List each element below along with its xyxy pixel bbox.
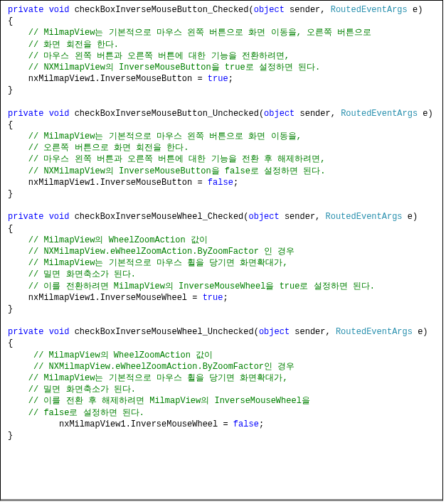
code-token bbox=[8, 51, 28, 61]
code-token: // 화면 회전을 한다. bbox=[28, 40, 119, 50]
code-token: private bbox=[8, 212, 43, 222]
code-token: ; bbox=[259, 419, 264, 429]
code-token: ; bbox=[233, 178, 238, 188]
code-token: // MilmapView는 기본적으로 마우스 왼쪽 버튼으로 화면 이동을, bbox=[28, 132, 302, 141]
code-token: RoutedEventArgs bbox=[331, 5, 408, 15]
code-token: // 밀면 화면축소가 된다. bbox=[28, 385, 136, 395]
code-token bbox=[8, 143, 28, 153]
code-token: // 이를 전환하려면 MilmapView의 InverseMouseWhee… bbox=[28, 282, 375, 291]
code-token: // 오른쪽 버튼으로 화면 회전을 한다. bbox=[28, 143, 189, 153]
code-token: } bbox=[8, 304, 13, 314]
code-token bbox=[8, 258, 28, 268]
code-token: // NXMilmapView의 InverseMouseButton을 tru… bbox=[28, 63, 320, 73]
code-token bbox=[8, 235, 28, 245]
code-token: { bbox=[8, 120, 13, 130]
code-token bbox=[8, 132, 28, 141]
code-token bbox=[8, 362, 33, 372]
code-token: RoutedEventArgs bbox=[341, 109, 418, 119]
code-block: private void checkBoxInverseMouseButton_… bbox=[0, 0, 443, 501]
code-token: checkBoxInverseMouseWheel_Unchecked( bbox=[69, 327, 258, 337]
code-token: e) bbox=[418, 109, 433, 119]
code-token: // MilmapView는 기본적으로 마우스 휠을 당기면 화면확대가, bbox=[28, 258, 288, 268]
code-token: // NXMilmapView의 InverseMouseButton을 fal… bbox=[28, 166, 326, 176]
code-token bbox=[8, 166, 28, 176]
code-token bbox=[43, 212, 48, 222]
code-token bbox=[8, 408, 28, 418]
code-token: true bbox=[203, 293, 223, 303]
code-token: void bbox=[49, 327, 70, 337]
code-token: e) bbox=[403, 212, 418, 222]
code-token: private bbox=[8, 5, 43, 15]
code-token: // MilmapView는 기본적으로 마우스 휠을 당기면 화면확대가, bbox=[28, 373, 288, 383]
code-token bbox=[8, 247, 28, 257]
code-token: nxMilmapView1.InverseMouseButton = bbox=[8, 74, 208, 84]
code-token: checkBoxInverseMouseWheel_Checked( bbox=[69, 212, 248, 222]
code-token: void bbox=[49, 5, 70, 15]
code-token bbox=[8, 350, 33, 360]
code-token bbox=[43, 327, 48, 337]
code-token bbox=[8, 282, 28, 291]
code-token bbox=[8, 269, 28, 279]
code-token: // MilmapView의 WheelZoomAction 값이 bbox=[28, 235, 208, 245]
code-token: { bbox=[8, 338, 13, 348]
code-token: nxMilmapView1.InverseMouseWheel = bbox=[8, 419, 233, 429]
code-token: sender, bbox=[294, 109, 341, 119]
code-token: sender, bbox=[290, 327, 336, 337]
code-token: e) bbox=[413, 327, 428, 337]
code-token: RoutedEventArgs bbox=[326, 212, 403, 222]
code-token: // MilmapView는 기본적으로 마우스 왼쪽 버튼으로 화면 이동을,… bbox=[28, 28, 371, 38]
code-token: // MilmapView의 WheelZoomAction 값이 bbox=[33, 350, 213, 360]
code-token: true bbox=[208, 74, 228, 84]
code-token bbox=[8, 385, 28, 395]
code-token: object bbox=[264, 109, 294, 119]
code-token bbox=[43, 109, 48, 119]
code-token: // 이를 전환 후 해제하려면 MilmapView의 InverseMous… bbox=[28, 396, 310, 406]
code-token: // 밀면 화면축소가 된다. bbox=[28, 269, 136, 279]
code-token: object bbox=[254, 5, 285, 15]
code-token bbox=[8, 396, 28, 406]
code-token: sender, bbox=[285, 5, 331, 15]
code-token: // 마우스 왼쪽 버튼과 오른쪽 버튼에 대한 기능을 전환하려면, bbox=[28, 51, 290, 61]
code-token: } bbox=[8, 85, 13, 95]
code-token: checkBoxInverseMouseButton_Checked( bbox=[69, 5, 253, 15]
code-token: { bbox=[8, 224, 13, 234]
code-token bbox=[8, 63, 28, 73]
code-token: object bbox=[248, 212, 279, 222]
code-token: RoutedEventArgs bbox=[336, 327, 413, 337]
code-token: sender, bbox=[280, 212, 326, 222]
code-token: private bbox=[8, 327, 43, 337]
code-token: e) bbox=[408, 5, 423, 15]
code-token: // 마우스 왼쪽 버튼과 오른쪽 버튼에 대한 기능을 전환 후 해제하려면, bbox=[28, 154, 326, 164]
code-token bbox=[8, 154, 28, 164]
code-token: } bbox=[8, 431, 13, 441]
code-token: nxMilmapView1.InverseMouseWheel = bbox=[8, 293, 203, 303]
code-token: // NXMilmapView.eWheelZoomAction.ByZoomF… bbox=[28, 247, 294, 257]
code-token: ; bbox=[228, 74, 233, 84]
code-token: private bbox=[8, 109, 43, 119]
code-token: object bbox=[259, 327, 290, 337]
code-token: ; bbox=[223, 293, 228, 303]
code-token: void bbox=[49, 212, 70, 222]
code-token: false bbox=[233, 419, 259, 429]
code-token bbox=[43, 5, 48, 15]
code-token: } bbox=[8, 189, 13, 199]
code-token: { bbox=[8, 16, 13, 26]
code-token: // false로 설정하면 된다. bbox=[28, 408, 144, 418]
code-token: false bbox=[208, 178, 233, 188]
code-token: nxMilmapView1.InverseMouseButton = bbox=[8, 178, 208, 188]
code-token bbox=[8, 40, 28, 50]
code-token: void bbox=[49, 109, 70, 119]
code-token bbox=[8, 373, 28, 383]
code-token: // NXMilmapView.eWheelZoomAction.ByZoomF… bbox=[33, 362, 294, 372]
code-token bbox=[8, 28, 28, 38]
code-token: checkBoxInverseMouseButton_Unchecked( bbox=[69, 109, 264, 119]
